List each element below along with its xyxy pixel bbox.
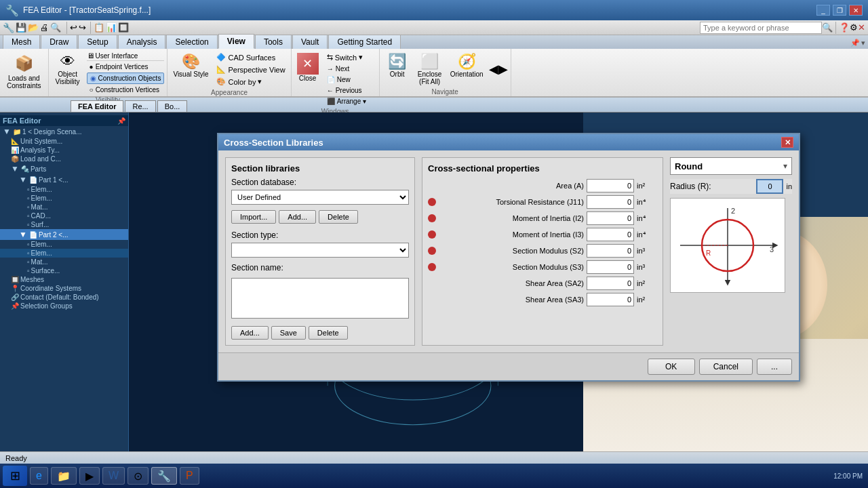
ok-btn[interactable]: OK [648, 359, 695, 375]
tab-draw[interactable]: Draw [41, 35, 77, 49]
taskbar-media[interactable]: ▶ [79, 467, 100, 485]
visual-style-btn[interactable]: 🎨 Visual Style [170, 52, 211, 87]
user-interface-btn[interactable]: 🖥 User Interface [87, 52, 165, 60]
tree-item-14[interactable]: ▫ Mat... [0, 258, 128, 266]
switch-btn[interactable]: ⇆ Switch ▾ [324, 52, 369, 63]
toolbar-undo[interactable]: ↩ [70, 22, 77, 33]
cancel-btn[interactable]: Cancel [699, 359, 753, 375]
prop-input-1[interactable] [587, 195, 634, 209]
prop-input-5[interactable] [587, 260, 634, 274]
close-btn[interactable]: ✕ [849, 5, 863, 16]
taskbar-ie[interactable]: e [30, 467, 48, 485]
enclose-btn[interactable]: ⬜ Enclose (Fit All) [415, 52, 445, 87]
orientation-btn[interactable]: 🧭 Orientation [448, 52, 486, 87]
cad-surfaces-btn[interactable]: 🔷 CAD Surfaces [214, 52, 288, 63]
previous-btn[interactable]: ← Previous [324, 85, 369, 96]
construction-vertices-btn[interactable]: ○ Construction Vertices [87, 85, 165, 95]
orbit-btn[interactable]: 🔄 Orbit [382, 52, 412, 87]
prop-input-2[interactable] [587, 211, 634, 225]
toolbar-save[interactable]: 💾 [16, 22, 26, 33]
tree-item-18[interactable]: 🔗 Contact (Default: Bonded) [0, 293, 128, 302]
tab-getting-started[interactable]: Getting Started [328, 35, 401, 49]
toolbar-icon-3[interactable]: 🔍 [50, 22, 61, 33]
next-btn[interactable]: → Next [324, 64, 369, 74]
type-select[interactable] [231, 243, 409, 258]
tree-item-7[interactable]: ▫ Elem... [0, 194, 128, 203]
tree-item-8[interactable]: ▫ Mat... [0, 203, 128, 211]
tree-item-17[interactable]: 📍 Coordinate Systems [0, 284, 128, 293]
tab-view[interactable]: View [218, 34, 254, 49]
restore-btn[interactable]: ❐ [833, 5, 846, 16]
color-by-btn[interactable]: 🎨 Color by ▾ [214, 76, 288, 87]
help-icon[interactable]: ❓ [839, 22, 850, 33]
search-icon[interactable]: 🔍 [822, 22, 833, 33]
nav-left-icon[interactable]: ◀ [489, 62, 498, 77]
nav-right-icon[interactable]: ▶ [498, 62, 508, 77]
close-app-icon[interactable]: ✕ [858, 22, 865, 33]
tree-item-11[interactable]: ▼ 📄 Part 2 <... [0, 229, 128, 240]
construction-objects-btn[interactable]: ◉ Construction Objects [87, 73, 165, 84]
tree-item-3[interactable]: 📦 Load and C... [0, 155, 128, 163]
taskbar-chrome[interactable]: ⊙ [127, 467, 149, 485]
delete-top-btn[interactable]: Delete [319, 210, 358, 224]
prop-input-7[interactable] [587, 293, 634, 306]
tab-vault[interactable]: Vault [292, 35, 328, 49]
toolbar-icon-5[interactable]: 📊 [106, 22, 117, 33]
add-bottom-btn[interactable]: Add... [231, 326, 269, 340]
delete-bottom-btn[interactable]: Delete [309, 326, 348, 340]
db-select[interactable]: User Defined [231, 190, 409, 205]
arrange-btn[interactable]: ⬛ Arrange ▾ [324, 96, 369, 106]
tree-item-13[interactable]: ▫ Elem... [0, 249, 128, 258]
taskbar-ppt[interactable]: P [180, 467, 199, 485]
toolbar-icon-4[interactable]: 📋 [94, 22, 104, 33]
taskbar-word[interactable]: W [102, 467, 125, 485]
new-btn[interactable]: 📄 New [324, 75, 369, 85]
toolbar-icon-1[interactable]: 🔧 [3, 22, 14, 33]
perspective-view-btn[interactable]: 📐 Perspective View [214, 64, 288, 75]
loads-constraints-btn[interactable]: 📦 Loads and Constraints [4, 52, 44, 91]
tree-item-19[interactable]: 📌 Selection Groups [0, 302, 128, 310]
toolbar-icon-2[interactable]: 🖨 [40, 22, 49, 33]
tab-setup[interactable]: Setup [78, 35, 117, 49]
panel-pin[interactable]: 📌 [117, 117, 125, 125]
toolbar-redo[interactable]: ↪ [79, 22, 86, 33]
settings-icon[interactable]: ⚙ [850, 22, 858, 33]
tree-item-10[interactable]: ▫ Surf... [0, 220, 128, 229]
tree-item-16[interactable]: 🔲 Meshes [0, 275, 128, 284]
tab-selection[interactable]: Selection [166, 35, 217, 49]
object-visibility-btn[interactable]: 👁 Object Visibility [52, 52, 84, 95]
toolbar-open[interactable]: 📂 [28, 22, 39, 33]
tree-item-12[interactable]: ▫ Elem... [0, 240, 128, 249]
start-button[interactable]: ⊞ [3, 466, 27, 486]
tree-item-15[interactable]: ▫ Surface... [0, 266, 128, 275]
doc-tab-bo[interactable]: Bo... [157, 100, 188, 112]
radius-input[interactable] [756, 179, 783, 194]
dialog-close-btn[interactable]: ✕ [781, 137, 793, 148]
ribbon-arrow-icon[interactable]: ▾ [861, 39, 865, 47]
import-btn[interactable]: Import... [231, 210, 276, 224]
prop-input-3[interactable] [587, 228, 634, 241]
prop-input-6[interactable] [587, 277, 634, 290]
round-selector[interactable]: Round ▾ [670, 157, 792, 175]
tree-item-0[interactable]: ▼ 📁 1 < Design Scena... [0, 126, 128, 137]
name-textarea[interactable] [231, 278, 409, 319]
help-btn[interactable]: ... [757, 359, 792, 375]
tree-item-9[interactable]: ▫ CAD... [0, 211, 128, 220]
search-input[interactable] [700, 22, 822, 34]
endpoint-vertices-btn[interactable]: ● Endpoint Vertices [87, 62, 165, 72]
tree-item-4[interactable]: ▼ 🔩 Parts [0, 163, 128, 174]
prop-input-0[interactable] [587, 179, 634, 192]
tab-mesh[interactable]: Mesh [3, 35, 40, 49]
doc-tab-fea[interactable]: FEA Editor [71, 100, 123, 112]
tree-item-1[interactable]: 📐 Unit System... [0, 137, 128, 146]
tab-analysis[interactable]: Analysis [118, 35, 166, 49]
ribbon-pin-icon[interactable]: 📌 [850, 39, 860, 47]
minimize-btn[interactable]: _ [816, 5, 830, 16]
add-top-btn[interactable]: Add... [279, 210, 316, 224]
toolbar-icon-6[interactable]: 🔲 [118, 22, 129, 33]
doc-tab-re[interactable]: Re... [125, 100, 155, 112]
close-window-btn[interactable]: ✕ Close [294, 52, 321, 106]
tree-item-2[interactable]: 📊 Analysis Ty... [0, 146, 128, 155]
save-btn[interactable]: Save [271, 326, 306, 340]
tab-tools[interactable]: Tools [255, 35, 292, 49]
